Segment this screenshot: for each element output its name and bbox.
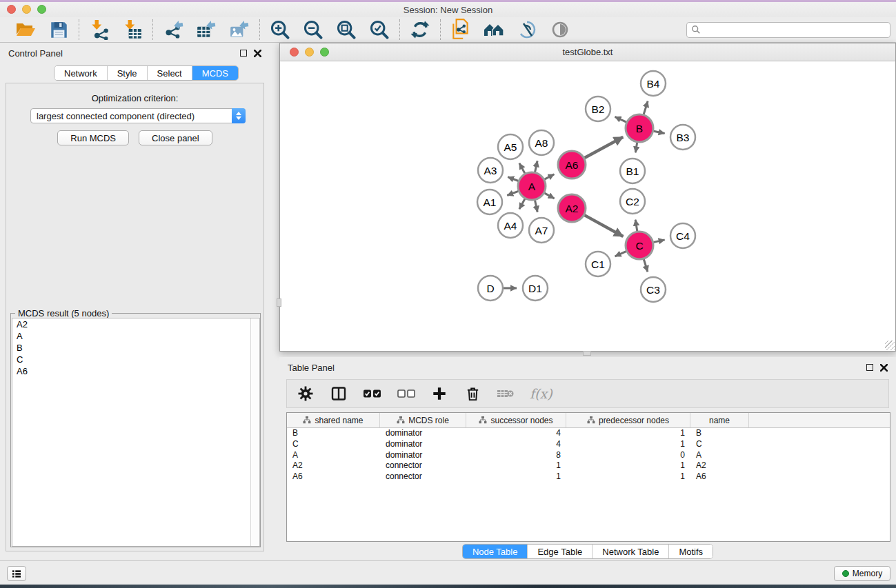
table-row[interactable]: A2connector11A2 [287,460,890,472]
table-cell[interactable]: 0 [566,450,690,461]
table-cell[interactable]: A [690,450,749,461]
table-cell[interactable]: 1 [566,428,690,439]
table-cell[interactable]: A2 [287,460,380,472]
table-cell[interactable]: 4 [466,439,566,450]
zoom-network-button[interactable] [320,48,329,57]
edge-C-C3[interactable] [644,259,648,272]
column-header-shared-name[interactable]: shared name [287,413,380,427]
tab-style[interactable]: Style [108,66,148,80]
splitter-grip-vertical[interactable] [277,298,281,307]
edge-C-C4[interactable] [654,240,665,243]
tab-select[interactable]: Select [148,66,192,80]
scrollbar-track[interactable] [250,318,259,546]
edge-B-B4[interactable] [644,101,648,114]
table-row[interactable]: Adominator80A [287,450,890,461]
export-image-button[interactable] [228,19,251,41]
close-window-button[interactable] [7,5,16,14]
settings-gear-button[interactable] [297,383,315,404]
mcds-result-item[interactable]: A6 [12,365,259,377]
new-network-from-selection-button[interactable] [449,19,472,41]
table-cell[interactable]: B [690,428,749,439]
run-mcds-button[interactable]: Run MCDS [57,130,129,145]
table-cell[interactable]: A6 [287,472,380,483]
column-header-name[interactable]: name [690,413,749,427]
network-canvas[interactable]: B4B2BB3A8A5A6A3B1AA1C2A2A4A7C4CC1C3DD1 [280,61,895,351]
tab-motifs[interactable]: Motifs [669,545,713,558]
tab-node-table[interactable]: Node Table [463,545,528,558]
edge-A-A8[interactable] [535,161,538,172]
table-cell[interactable]: dominator [380,439,466,450]
table-cell[interactable]: 8 [466,450,566,461]
zoom-in-button[interactable] [268,19,292,41]
import-table-button[interactable] [121,19,144,41]
export-network-button[interactable] [161,19,185,41]
table-cell[interactable]: A2 [690,460,749,472]
zoom-out-button[interactable] [301,19,325,41]
split-view-button[interactable] [330,383,348,404]
close-panel-icon[interactable] [880,364,888,372]
mcds-result-item[interactable]: C [12,354,259,365]
edge-B-B3[interactable] [654,131,665,133]
edge-A2-C[interactable] [584,215,623,236]
edge-A-A4[interactable] [519,199,525,209]
close-panel-button[interactable]: Close panel [139,130,212,145]
zoom-window-button[interactable] [37,5,46,14]
search-input[interactable] [704,25,886,34]
table-row[interactable]: Bdominator41B [287,428,890,439]
mcds-result-item[interactable]: A [12,330,259,342]
task-history-button[interactable] [7,566,26,581]
table-cell[interactable]: B [287,428,380,439]
minimize-network-button[interactable] [305,48,314,57]
close-network-button[interactable] [290,48,299,57]
edge-A-A6[interactable] [545,174,555,179]
refresh-button[interactable] [408,19,432,41]
tab-edge-table[interactable]: Edge Table [528,545,593,558]
function-builder-button[interactable]: f(x) [530,383,552,404]
edge-C-C1[interactable] [615,252,626,256]
minimize-window-button[interactable] [22,5,31,14]
search-box[interactable] [686,22,890,38]
mcds-result-item[interactable]: A2 [12,318,259,330]
table-cell[interactable]: connector [380,460,466,472]
edge-A6-B[interactable] [585,137,624,158]
table-cell[interactable]: A6 [690,472,749,483]
splitter-grip-horizontal[interactable] [583,351,591,356]
table-cell[interactable]: 1 [566,460,690,472]
delete-table-button[interactable] [497,383,515,404]
edge-A-A5[interactable] [519,163,525,174]
zoom-selected-button[interactable] [368,19,391,41]
table-cell[interactable]: 1 [566,472,690,483]
column-header-mcds-role[interactable]: MCDS role [380,413,466,427]
column-header-successor-nodes[interactable]: successor nodes [466,413,566,427]
table-cell[interactable]: 1 [466,472,566,483]
delete-column-button[interactable] [464,383,481,404]
add-column-button[interactable] [430,383,448,404]
table-cell[interactable]: 1 [566,439,690,450]
close-panel-icon[interactable] [254,50,261,57]
table-cell[interactable]: C [690,439,749,450]
table-cell[interactable]: connector [380,472,466,483]
export-table-button[interactable] [195,19,218,41]
table-row[interactable]: A6connector11A6 [287,472,890,483]
edge-A-A7[interactable] [535,201,538,212]
tab-mcds[interactable]: MCDS [192,66,238,80]
tab-network[interactable]: Network [54,66,108,80]
mcds-result-item[interactable]: B [12,342,259,354]
table-cell[interactable]: C [287,439,380,450]
edge-A-A3[interactable] [508,177,518,181]
edge-A-A2[interactable] [544,193,554,199]
hide-details-button[interactable] [515,19,539,41]
network-window-titlebar[interactable]: testGlobe.txt [280,43,895,61]
show-details-button[interactable] [548,19,572,41]
float-panel-icon[interactable] [866,364,873,371]
import-network-button[interactable] [88,19,111,41]
edge-A-A1[interactable] [507,191,518,195]
select-all-button[interactable] [363,383,382,404]
table-cell[interactable]: dominator [380,450,466,461]
save-session-button[interactable] [47,19,70,41]
edge-C-C2[interactable] [635,220,637,232]
table-cell[interactable]: A [287,450,380,461]
criterion-dropdown[interactable]: largest connected component (directed) [30,108,246,123]
zoom-fit-button[interactable] [335,19,358,41]
edge-B-B2[interactable] [615,116,627,122]
